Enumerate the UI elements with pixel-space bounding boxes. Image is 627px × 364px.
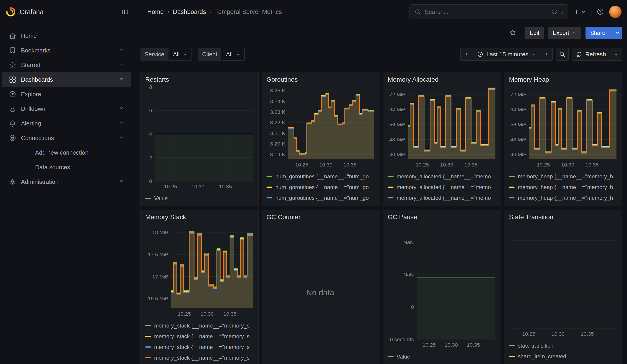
chevron-down-icon[interactable] [119, 105, 124, 112]
svg-text:56 MiB: 56 MiB [511, 122, 527, 127]
legend-item[interactable]: memory_stack {__name__="memory_s [145, 320, 254, 331]
time-range-picker[interactable]: Last 15 minutes [473, 48, 540, 60]
refresh-interval-caret[interactable] [610, 48, 622, 60]
legend-item[interactable]: memory_heap {__name__="memory_h [509, 193, 618, 203]
chevron-down-icon[interactable] [119, 47, 124, 54]
user-avatar[interactable] [609, 6, 622, 18]
chart-state-transition[interactable]: 10:2510:3010:35 [507, 222, 619, 339]
sidebar-item-administration[interactable]: Administration [2, 174, 131, 189]
star-icon [509, 29, 517, 37]
chart-goroutines[interactable]: 3.25 K3.24 K3.23 K3.22 K3.21 K3.20 K3.19… [264, 85, 376, 170]
chart-gc-counter[interactable]: No data [264, 222, 376, 363]
sidebar-item-connections[interactable]: Connections [2, 131, 131, 145]
breadcrumb-home[interactable]: Home [147, 8, 164, 15]
nav-right: ⌘+k [410, 4, 627, 19]
client-filter: Client All [198, 48, 245, 61]
sidebar-item-bookmarks[interactable]: Bookmarks [2, 43, 131, 58]
time-shift-back-button[interactable] [461, 48, 473, 60]
favorite-star-button[interactable] [509, 29, 517, 37]
legend-item[interactable]: shard_item_created [509, 351, 618, 362]
zoom-out-button[interactable] [556, 48, 569, 61]
panel-title[interactable]: Goroutines [262, 72, 380, 85]
export-button[interactable]: Export [548, 27, 581, 39]
time-shift-forward-button[interactable] [540, 48, 552, 60]
sidebar-item-dashboards[interactable]: Dashboards [2, 72, 131, 87]
grafana-logo-icon[interactable] [5, 7, 16, 17]
legend-item[interactable]: memory_heap {__name__="memory_h [509, 182, 618, 193]
svg-text:10:30: 10:30 [319, 162, 332, 168]
legend-item[interactable]: memory_allocated {__name__="memo [388, 171, 496, 182]
panel-title[interactable]: Memory Allocated [383, 72, 501, 85]
service-filter-value[interactable]: All [169, 48, 192, 61]
legend-item[interactable]: memory_stack {__name__="memory_s [145, 352, 254, 363]
legend-item[interactable]: num_goroutines {__name__="num_go [266, 203, 375, 206]
client-filter-value[interactable]: All [222, 48, 245, 61]
legend-item[interactable]: Value [388, 351, 496, 362]
sidebar-item-starred[interactable]: Starred [2, 58, 131, 72]
panel-title[interactable]: Restarts [141, 72, 258, 85]
chevron-down-icon [182, 52, 188, 57]
legend-item[interactable]: memory_allocated {__name__="memo [388, 203, 496, 206]
series-color-mark [388, 176, 394, 177]
chevron-down-icon[interactable] [119, 76, 124, 83]
legend-item[interactable]: memory_heap {__name__="memory_h [509, 171, 618, 182]
time-controls: Last 15 minutes Refresh [460, 48, 622, 61]
panel-title[interactable]: Memory Stack [141, 210, 258, 222]
plus-icon [573, 8, 580, 15]
share-button[interactable]: Share [585, 27, 622, 39]
svg-text:3.20 K: 3.20 K [270, 141, 285, 147]
edit-button[interactable]: Edit [525, 27, 544, 39]
sidebar-item-home[interactable]: Home [2, 29, 131, 43]
client-filter-label[interactable]: Client [198, 48, 221, 61]
legend-item[interactable]: memory_stack {__name__="memory_s [145, 342, 254, 352]
panel-title[interactable]: GC Counter [262, 210, 380, 222]
legend-item[interactable]: num_goroutines {__name__="num_go [266, 193, 375, 203]
sidebar-item-alerting[interactable]: Alerting [2, 116, 131, 131]
chart-memory-allocated[interactable]: 72 MiB64 MiB56 MiB48 MiB40 MiB10:2510:30… [386, 85, 498, 170]
svg-text:10:30: 10:30 [191, 184, 204, 190]
panel-title[interactable]: Memory Heap [504, 72, 622, 85]
panel-title[interactable]: State Transition [504, 210, 622, 222]
chart-restarts[interactable]: 8642010:2510:3010:35 [143, 85, 255, 192]
chevron-down-icon[interactable] [119, 62, 124, 69]
panel-title[interactable]: GC Pause [383, 210, 501, 222]
chevron-down-icon[interactable] [119, 178, 124, 185]
sidebar-item-explore[interactable]: Explore [2, 87, 131, 102]
svg-text:6: 6 [149, 107, 152, 113]
share-options-caret[interactable] [612, 27, 622, 39]
chart-gc-pause[interactable]: NaNNaN00 seconds10:2510:3010:35 [386, 222, 498, 350]
chart-memory-heap[interactable]: 72 MiB64 MiB56 MiB48 MiB40 MiB10:2510:30… [507, 85, 619, 170]
svg-text:10:30: 10:30 [552, 331, 565, 337]
svg-text:10:35: 10:35 [581, 331, 594, 337]
legend-item[interactable]: memory_allocated {__name__="memo [388, 182, 496, 193]
legend-item[interactable]: num_goroutines {__name__="num_go [266, 171, 375, 182]
sidebar-item-add-new-connection[interactable]: Add new connection [2, 145, 131, 160]
legend-item[interactable]: memory_heap {__name__="memory_h [509, 203, 618, 206]
search-field[interactable] [425, 8, 548, 15]
dashboards-icon [9, 76, 16, 84]
svg-text:10:35: 10:35 [585, 162, 598, 168]
series-label: memory_heap {__name__="memory_h [518, 195, 613, 201]
legend-item[interactable]: memory_allocated {__name__="memo [388, 193, 496, 203]
add-button[interactable] [573, 8, 586, 15]
sidebar-toggle-button[interactable] [122, 8, 129, 15]
refresh-button[interactable]: Refresh [572, 48, 610, 60]
sidebar-item-data-sources[interactable]: Data sources [2, 160, 131, 174]
sidebar-item-drilldown[interactable]: Drilldown [2, 102, 131, 116]
legend-item[interactable]: memory_stack {__name__="memory_s [145, 331, 254, 342]
legend-item[interactable]: Value [145, 193, 254, 204]
top-nav: Grafana Home Dashboards Temporal Server … [0, 0, 627, 24]
chart-memory-stack[interactable]: 18 MiB17.5 MiB17 MiB16.5 MiB10:2510:3010… [143, 222, 255, 319]
legend-item[interactable]: num_goroutines {__name__="num_go [266, 182, 375, 193]
chevron-down-icon[interactable] [119, 120, 124, 127]
help-button[interactable] [596, 8, 604, 16]
svg-text:40 MiB: 40 MiB [511, 152, 527, 157]
chevron-up-icon[interactable] [119, 135, 124, 142]
series-color-mark [388, 187, 394, 188]
svg-text:8: 8 [149, 85, 152, 90]
series-label: memory_allocated {__name__="memo [397, 195, 491, 201]
breadcrumb-dashboards[interactable]: Dashboards [173, 8, 206, 15]
service-filter-label[interactable]: Service [140, 48, 168, 61]
search-input[interactable]: ⌘+k [410, 4, 568, 19]
legend-item[interactable]: state transition [509, 340, 618, 351]
